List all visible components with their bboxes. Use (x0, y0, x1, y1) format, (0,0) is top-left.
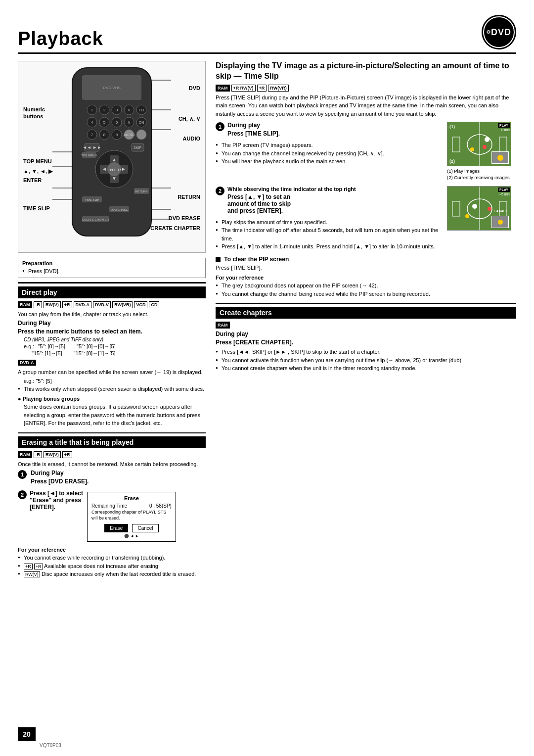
erase-ref-1: You cannot erase while recording or tran… (18, 554, 206, 562)
step1-body: During Play Press [DVD ERASE]. (31, 470, 206, 487)
time-slip-step2: 2 While observing the time indicator at … (216, 186, 516, 251)
time-slip-badges: RAM +R RW(V) +R RW(VR) (216, 85, 516, 92)
prep-bullet: Press [DVD]. (22, 267, 201, 276)
ts-step2-b3: Press [▲, ▼] to alter in 1-minute units.… (216, 242, 442, 251)
cancel-button[interactable]: Cancel (132, 524, 158, 532)
example2-left: "15": [1]→[5] (32, 350, 62, 356)
cc-bullet-3: You cannot create chapters when the unit… (216, 364, 516, 373)
ts-badge-ram: RAM (216, 85, 230, 92)
badge-r-erase: -R (34, 451, 43, 458)
time-indicator-1: 0 min (501, 128, 510, 132)
ts-step2-b2: The time indicator will go off after abo… (216, 226, 442, 242)
dvd-logo-inner: ✪ DVD (484, 17, 514, 47)
img1-cap2: (2) Currently receiving images (447, 174, 516, 181)
example1-right: "5": [0]→[0]→[5] (77, 343, 116, 349)
ts-ref-2: You cannot change the channel being rece… (216, 290, 516, 298)
remaining-time-label: Remaining Time (91, 503, 127, 509)
step2-header: 2 While observing the time indicator at … (216, 186, 442, 216)
erasing-description: Once title is erased, it cannot be resto… (18, 460, 206, 469)
svg-point-27 (136, 130, 146, 140)
remote-svg: DVD VHS 1 2 3 × CH (33, 65, 191, 248)
dvd-small-icon: ✪ (487, 30, 491, 35)
ts-img1: PLAY 0 min (1) (2) (447, 122, 516, 181)
prep-title: Preparation (22, 260, 201, 266)
erase-dialog-note: Corresponding chapter of PLAYLISTS will … (91, 510, 172, 521)
page-number: 20 (18, 727, 36, 741)
ts-step1-label-text: During play Press [TIME SLIP]. (227, 122, 280, 139)
dvd-a-eg: e.g.: "5": [5] (24, 378, 206, 384)
step2-content: 2 Press [◄] to select"Erase" and press[E… (18, 490, 83, 513)
erasing-section-header: Erasing a title that is being played (18, 436, 206, 448)
cd-note: CD (MP3, JPEG and TIFF disc only) (18, 337, 206, 342)
badge-dvd-a: DVD-A (74, 301, 92, 308)
create-chapters-badges: RAM (216, 322, 516, 329)
step2-number: 2 (18, 490, 27, 499)
svg-text:4: 4 (91, 120, 93, 125)
pip-screen-1 (491, 151, 509, 164)
direct-play-section-header: Direct play (18, 286, 206, 298)
svg-text:ENTER: ENTER (107, 168, 121, 172)
erasing-badges: RAM -R RW(V) +R (18, 451, 206, 458)
svg-text:3: 3 (116, 108, 118, 112)
svg-text:▼: ▼ (112, 176, 117, 181)
remaining-time-value: 0 : 58(SP) (149, 503, 172, 509)
cc-during-play: During play (216, 331, 516, 337)
erase-button[interactable]: Erase (104, 524, 128, 532)
page-header: Playback ✪ DVD (18, 15, 516, 54)
dvd-logo: ✪ DVD (482, 15, 516, 49)
eg-row-2: "15": [1]→[5] "15": [0]→[1]→[5] (32, 350, 206, 356)
cc-bullet-1: Press [◄◄, SKIP] or [►► , SKIP] to skip … (216, 348, 516, 356)
time-indicator-2: –5 min (499, 192, 510, 196)
left-column: DVD VHS 1 2 3 × CH (18, 61, 206, 578)
time-slip-step1: 1 During play Press [TIME SLIP]. The PIP… (216, 122, 516, 181)
erase-ref-3: RW(V) Disc space increases only when the… (18, 570, 206, 578)
ts-step2-label-area: While observing the time indicator at th… (227, 186, 356, 216)
erase-for-ref-title: For your reference (18, 547, 206, 553)
svg-point-73 (470, 147, 474, 151)
svg-text:∨: ∨ (128, 120, 131, 125)
step1-number: 1 (18, 470, 27, 479)
badge-rwv: RW(V) (44, 301, 61, 308)
erase-dialog-title: Erase (91, 495, 172, 501)
img1-captions: (1) Play images (2) Currently receiving … (447, 168, 516, 181)
svg-point-76 (497, 155, 503, 161)
play-indicator-1: PLAY (498, 123, 510, 128)
ts-step1-num: 1 (216, 122, 224, 131)
pip-bg (492, 152, 509, 164)
dvd-a-text: A group number can be specified while th… (18, 368, 206, 377)
step1-header: 1 During play Press [TIME SLIP]. (216, 122, 442, 139)
svg-text:SKIP: SKIP (134, 146, 141, 149)
ts-step1-b1: The PIP screen (TV images) appears. (216, 141, 442, 149)
time-slip-intro: Press [TIME SLIP] during play and the PI… (216, 94, 516, 118)
clear-pip-title-text: To clear the PIP screen (224, 256, 289, 263)
remote-svg-container: DVD VHS 1 2 3 × CH (22, 65, 201, 248)
direct-play-divider (18, 282, 206, 284)
erasing-divider (18, 432, 206, 433)
badge-ram: RAM (18, 301, 32, 308)
svg-point-83 (465, 214, 469, 218)
svg-text:►: ► (121, 166, 126, 172)
svg-text:1: 1 (91, 108, 93, 112)
svg-text:5: 5 (103, 120, 106, 125)
svg-text:2: 2 (103, 108, 106, 112)
svg-text:7: 7 (91, 133, 93, 137)
erase-dialog: Erase Remaining Time 0 : 58(SP) Correspo… (87, 492, 176, 542)
ts-step2-label: While observing the time indicator at th… (227, 186, 356, 192)
erase-dialog-buttons: Erase Cancel (91, 524, 172, 532)
create-chapters-section: Create chapters RAM During play Press [C… (216, 303, 516, 373)
step2-text: Press [◄] to select"Erase" and press[ENT… (30, 490, 83, 511)
badge-dvd-v: DVD-V (93, 301, 111, 308)
remote-diagram-box: DVD VHS 1 2 3 × CH (18, 61, 206, 253)
ts-badge-rwvr: RW(VR) (268, 85, 288, 92)
ts-step2-b1: Play skips the amount of time you specif… (216, 218, 442, 227)
badge-rwvr: RW(VR) (112, 301, 133, 308)
erase-dialog-remote-icon: ⚫ ◄ ► (91, 534, 172, 538)
erase-step2-row: 2 Press [◄] to select"Erase" and press[E… (18, 490, 206, 544)
tv-screen-2: PLAY –5 min 1 ●●●01 (447, 186, 511, 231)
pip-screen-2 (491, 216, 509, 228)
svg-text:TOP MENU: TOP MENU (81, 154, 96, 157)
badge-r: -R (34, 301, 43, 308)
cc-heading: Press [CREATE CHAPTER]. (216, 339, 516, 346)
example1-left: "5": [0]→[5] (38, 343, 65, 349)
img1-num2: (2) (449, 159, 455, 164)
